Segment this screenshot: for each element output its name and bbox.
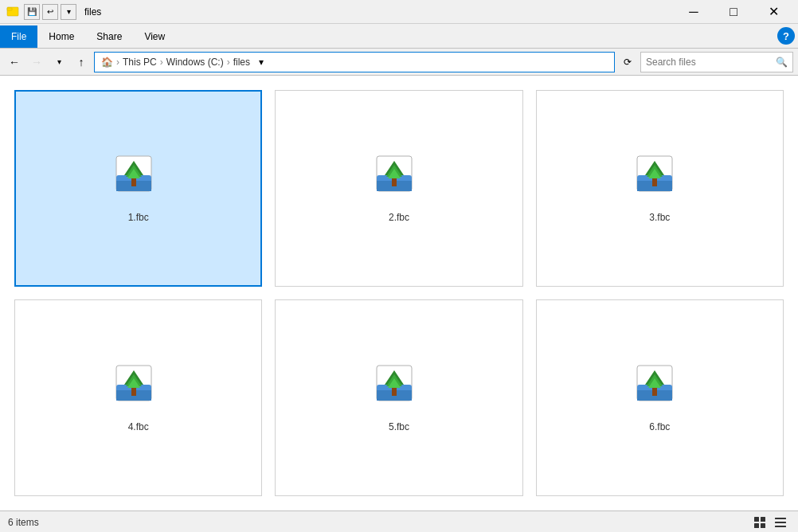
list-view-button[interactable]: [771, 513, 790, 532]
file-item-5[interactable]: 5.fbc: [275, 299, 522, 496]
svg-rect-50: [775, 526, 786, 527]
help-button[interactable]: ?: [777, 27, 795, 45]
svg-rect-47: [761, 523, 765, 528]
file-name: 1.fbc: [128, 212, 149, 223]
title-bar-icon: [6, 4, 19, 19]
recent-button[interactable]: ▾: [49, 53, 68, 72]
maximize-button[interactable]: □: [715, 0, 752, 24]
svg-rect-1: [7, 8, 12, 10]
svg-rect-46: [754, 523, 759, 528]
file-item-1[interactable]: 1.fbc: [14, 90, 262, 287]
svg-rect-48: [775, 518, 786, 519]
file-icon: [636, 364, 683, 412]
item-count: 6 items: [8, 517, 39, 528]
title-bar-title: files: [84, 6, 101, 18]
ribbon-tabs: File Home Share View ?: [0, 24, 798, 48]
search-icon: 🔍: [776, 57, 788, 68]
tab-file[interactable]: File: [0, 25, 37, 48]
path-folder[interactable]: files: [233, 57, 250, 68]
svg-rect-19: [652, 178, 657, 186]
svg-rect-44: [754, 517, 759, 522]
tab-home[interactable]: Home: [37, 25, 85, 48]
file-item-3[interactable]: 3.fbc: [536, 90, 784, 287]
svg-rect-12: [392, 178, 397, 186]
file-icon: [115, 155, 162, 202]
minimize-button[interactable]: ─: [675, 0, 712, 24]
file-icon: [636, 155, 683, 202]
file-icon: [375, 364, 423, 412]
svg-rect-33: [392, 388, 397, 396]
file-icon: [115, 364, 162, 412]
svg-rect-5: [131, 178, 136, 186]
file-name: 2.fbc: [389, 212, 409, 223]
svg-rect-40: [652, 388, 657, 396]
file-item-4[interactable]: 4.fbc: [14, 299, 262, 496]
svg-rect-45: [761, 517, 765, 522]
file-icon: [375, 155, 423, 202]
file-name: 6.fbc: [649, 421, 670, 432]
path-home-icon: 🏠: [101, 57, 113, 68]
file-name: 5.fbc: [389, 421, 409, 432]
back-button[interactable]: ←: [5, 53, 24, 72]
title-bar: 💾 ↩ ▾ files ─ □ ✕: [0, 0, 798, 24]
file-grid: 1.fbc 2.fbc 3.fbc: [0, 76, 798, 510]
ribbon: File Home Share View ?: [0, 24, 798, 49]
content-area: 1.fbc 2.fbc 3.fbc: [0, 76, 798, 510]
svg-rect-26: [131, 388, 136, 396]
quick-save-btn[interactable]: 💾: [24, 4, 40, 20]
path-dropdown-btn[interactable]: ▾: [253, 52, 269, 72]
file-item-6[interactable]: 6.fbc: [536, 299, 784, 496]
path-thispc[interactable]: This PC: [123, 57, 157, 68]
tab-share[interactable]: Share: [85, 25, 133, 48]
svg-rect-49: [775, 522, 786, 523]
forward-button[interactable]: →: [27, 53, 46, 72]
tab-view[interactable]: View: [133, 25, 176, 48]
search-input[interactable]: [646, 57, 776, 68]
path-drive[interactable]: Windows (C:): [166, 57, 224, 68]
grid-view-button[interactable]: [750, 513, 769, 532]
file-name: 3.fbc: [649, 212, 670, 223]
address-path[interactable]: 🏠 › This PC › Windows (C:) › files ▾: [94, 52, 615, 72]
status-bar: 6 items: [0, 510, 798, 532]
address-bar: ← → ▾ ↑ 🏠 › This PC › Windows (C:) › fil…: [0, 49, 798, 76]
quick-dropdown-btn[interactable]: ▾: [61, 4, 76, 20]
file-item-2[interactable]: 2.fbc: [275, 90, 522, 287]
refresh-button[interactable]: ⟳: [618, 52, 637, 72]
up-button[interactable]: ↑: [72, 53, 91, 72]
quick-undo-btn[interactable]: ↩: [42, 4, 58, 20]
search-box[interactable]: 🔍: [640, 52, 793, 72]
window-controls: ─ □ ✕: [675, 0, 792, 24]
file-name: 4.fbc: [128, 421, 149, 432]
view-controls: [750, 513, 790, 532]
close-button[interactable]: ✕: [755, 0, 792, 24]
